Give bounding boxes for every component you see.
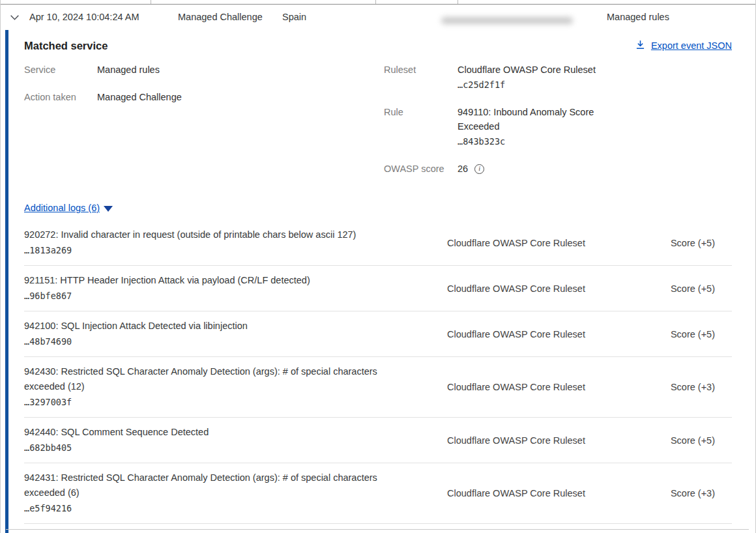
field-owasp-score: OWASP score 26 i (384, 162, 732, 176)
export-event-json-label: Export event JSON (651, 40, 732, 51)
expanded-event-detail: Matched service Export event JSON Servic… (1, 30, 755, 533)
event-country: Spain (282, 4, 306, 30)
log-row: 920272: Invalid character in request (ou… (24, 220, 732, 266)
log-row: 942431: Restricted SQL Character Anomaly… (24, 463, 732, 524)
event-service: Managed rules (607, 4, 669, 30)
ruleset-hash: …c25d2f1f (458, 77, 614, 93)
log-score: Score (+5) (671, 283, 715, 294)
triangle-down-icon (104, 206, 113, 212)
log-row: 942100: SQL Injection Attack Detected vi… (24, 311, 732, 357)
download-icon (635, 40, 645, 51)
owasp-score-value: 26 (458, 162, 468, 176)
log-score: Score (+5) (671, 238, 715, 248)
log-ruleset-name: Cloudflare OWASP Core Ruleset (447, 488, 597, 498)
panel-bottom-border (6, 529, 749, 530)
log-rule-description: 921151: HTTP Header Injection Attack via… (24, 273, 405, 288)
log-ruleset-name: Cloudflare OWASP Core Ruleset (447, 283, 597, 294)
matched-service-title: Matched service (24, 40, 108, 52)
log-score: Score (+3) (671, 382, 715, 392)
additional-logs-toggle[interactable]: Additional logs (6) (24, 201, 113, 215)
log-rule-hash: …e5f94216 (24, 500, 405, 516)
redacted-value-blur (441, 17, 573, 24)
log-rule-hash: …48b74690 (24, 334, 405, 349)
log-rule-hash: …1813a269 (24, 242, 405, 258)
log-rule-hash: …96bfe867 (24, 288, 405, 304)
rule-hash: …843b323c (458, 134, 614, 149)
log-rule-description: 942100: SQL Injection Attack Detected vi… (24, 319, 405, 334)
log-score: Score (+3) (671, 488, 715, 498)
export-event-json-link[interactable]: Export event JSON (635, 40, 732, 51)
rule-name: 949110: Inbound Anomaly Score Exceeded (458, 107, 594, 132)
log-row: 921151: HTTP Header Injection Attack via… (24, 266, 732, 311)
field-value: Managed Challenge (97, 90, 182, 104)
info-icon[interactable]: i (474, 164, 484, 174)
log-row: 942440: SQL Comment Sequence Detected …6… (24, 418, 732, 463)
event-action: Managed Challenge (178, 4, 263, 30)
firewall-event-detail-panel: Apr 10, 2024 10:04:24 AM Managed Challen… (0, 0, 756, 533)
log-row: 942430: Restricted SQL Character Anomaly… (24, 357, 732, 418)
event-row-header[interactable]: Apr 10, 2024 10:04:24 AM Managed Challen… (1, 4, 755, 30)
log-ruleset-name: Cloudflare OWASP Core Ruleset (447, 329, 597, 339)
field-value: Managed rules (97, 63, 160, 77)
chevron-down-icon[interactable] (9, 4, 20, 30)
additional-logs-label: Additional logs (6) (24, 203, 100, 213)
log-ruleset-name: Cloudflare OWASP Core Ruleset (447, 238, 597, 248)
log-rule-hash: …682bb405 (24, 440, 405, 455)
field-label: Action taken (24, 90, 97, 104)
log-rule-description: 920272: Invalid character in request (ou… (24, 227, 405, 242)
field-service: Service Managed rules (24, 63, 384, 77)
field-label: Rule (384, 105, 458, 149)
log-score: Score (+5) (671, 435, 715, 446)
log-rule-description: 942440: SQL Comment Sequence Detected (24, 425, 405, 440)
field-ruleset: Ruleset Cloudflare OWASP Core Ruleset …c… (384, 63, 732, 93)
additional-logs-list: 920272: Invalid character in request (ou… (24, 220, 732, 524)
log-score: Score (+5) (671, 329, 715, 339)
field-label: Service (24, 63, 97, 77)
selected-row-accent-bar (5, 30, 8, 533)
field-rule: Rule 949110: Inbound Anomaly Score Excee… (384, 105, 732, 149)
event-timestamp: Apr 10, 2024 10:04:24 AM (29, 4, 139, 30)
log-ruleset-name: Cloudflare OWASP Core Ruleset (447, 382, 597, 392)
log-rule-description: 942431: Restricted SQL Character Anomaly… (24, 470, 405, 500)
log-rule-description: 942430: Restricted SQL Character Anomaly… (24, 364, 405, 394)
field-label: OWASP score (384, 162, 458, 176)
ruleset-name: Cloudflare OWASP Core Ruleset (458, 65, 596, 75)
log-ruleset-name: Cloudflare OWASP Core Ruleset (447, 435, 597, 446)
field-action-taken: Action taken Managed Challenge (24, 90, 384, 104)
field-label: Ruleset (384, 63, 458, 93)
log-rule-hash: …3297003f (24, 394, 405, 410)
